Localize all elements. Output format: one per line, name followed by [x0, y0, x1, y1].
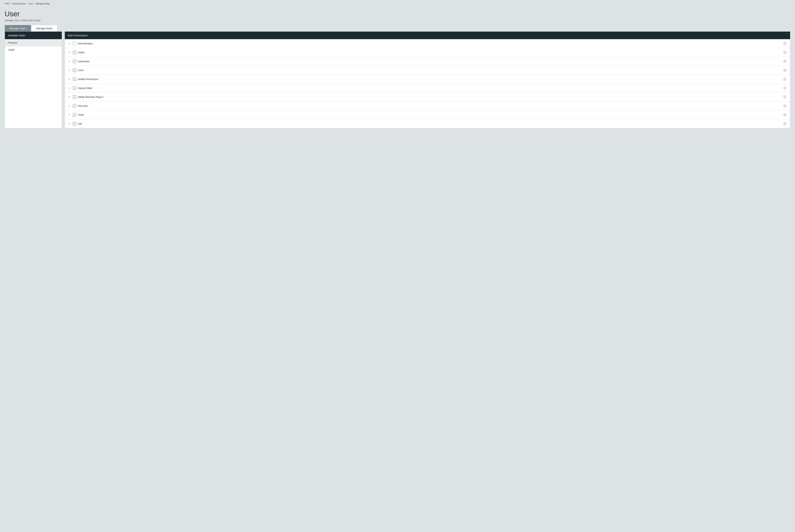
expand-color[interactable] [68, 69, 71, 72]
label-job: Job [78, 122, 781, 125]
label-automation: Automation [78, 60, 781, 63]
checkbox-color[interactable]: ✓ [73, 69, 76, 72]
info-adobe-illustrator[interactable] [783, 95, 787, 99]
permission-row-automation: ✓ Automation [65, 57, 790, 66]
checkbox-automation[interactable]: ✓ [73, 60, 76, 63]
checkmark-order: ✓ [74, 114, 76, 116]
expand-impose-editor[interactable] [68, 87, 71, 90]
checkmark-article: ✓ [74, 51, 76, 54]
label-color: Color [78, 69, 781, 72]
breadcrumb-user[interactable]: User [29, 2, 33, 5]
info-print-item[interactable] [783, 104, 787, 108]
expand-automation[interactable] [68, 60, 71, 63]
checkbox-print-item[interactable]: ✓ [73, 104, 76, 108]
label-adobe-illustrator: Adobe Illustrator Plug-In [78, 96, 781, 98]
breadcrumb-sep-1: › [11, 3, 11, 5]
checkmark-automation: ✓ [74, 60, 76, 62]
permission-row-print-item: ✓ Print Item [65, 101, 790, 110]
info-color[interactable] [783, 68, 787, 73]
permission-row-article: ✓ Article [65, 48, 790, 57]
available-roles-header: Available Roles [5, 32, 62, 39]
label-impose-editor: Impose Editor [78, 87, 781, 90]
checkbox-global-permissions[interactable]: ✓ [73, 77, 76, 81]
info-order[interactable] [783, 113, 787, 117]
role-permissions-header: Role Permissions [65, 32, 790, 39]
info-job[interactable] [783, 121, 787, 126]
info-administration[interactable] [783, 41, 787, 46]
info-impose-editor[interactable] [783, 86, 787, 90]
left-panel: Available Roles Prepress USER [5, 32, 62, 128]
permission-row-impose-editor: ✓ Impose Editor [65, 84, 790, 93]
tabs-container: Manage Users Manage Roles [5, 25, 790, 32]
checkmark-print-item: ✓ [74, 105, 76, 107]
info-automation[interactable] [783, 59, 787, 63]
expand-article[interactable] [68, 51, 71, 54]
breadcrumb-pms[interactable]: PMS [5, 2, 10, 5]
label-administration: Administration [78, 42, 781, 45]
checkmark-color: ✓ [74, 69, 76, 72]
checkmark-impose-editor: ✓ [74, 87, 76, 89]
checkbox-job[interactable]: ✓ [73, 122, 76, 126]
page-wrapper: PMS › Administration › User › Manage Rol… [0, 0, 795, 532]
permission-row-order: ✓ Order [65, 110, 790, 119]
role-item-user[interactable]: USER [5, 46, 62, 54]
right-panel: Role Permissions Administration ✓ [65, 32, 790, 128]
label-order: Order [78, 113, 781, 116]
permission-row-administration: Administration [65, 39, 790, 48]
checkbox-administration[interactable] [73, 42, 76, 45]
expand-order[interactable] [68, 113, 71, 116]
breadcrumb: PMS › Administration › User › Manage Rol… [0, 0, 795, 7]
expand-global-permissions[interactable] [68, 77, 71, 81]
checkbox-article[interactable]: ✓ [73, 51, 76, 54]
checkbox-order[interactable]: ✓ [73, 113, 76, 116]
checkbox-impose-editor[interactable]: ✓ [73, 87, 76, 90]
tab-manage-users[interactable]: Manage Users [5, 25, 31, 32]
label-global-permissions: Global Permissions [78, 78, 781, 80]
permission-row-color: ✓ Color [65, 66, 790, 75]
permission-row-adobe-illustrator: ✓ Adobe Illustrator Plug-In [65, 93, 790, 101]
label-print-item: Print Item [78, 104, 781, 107]
info-article[interactable] [783, 50, 787, 55]
expand-administration[interactable] [68, 42, 71, 45]
page-title: User [5, 10, 790, 18]
permission-row-job: ✓ Job [65, 119, 790, 128]
page-subtitle: Manage Users, Roles and Groups. [5, 19, 790, 22]
page-header: User Manage Users, Roles and Groups. Man… [0, 7, 795, 32]
label-article: Article [78, 51, 781, 54]
tab-manage-roles[interactable]: Manage Roles [31, 25, 57, 32]
breadcrumb-manage-roles: Manage Roles [36, 2, 50, 5]
breadcrumb-sep-3: › [34, 3, 35, 5]
info-global-permissions[interactable] [783, 77, 787, 81]
checkmark-global-permissions: ✓ [74, 78, 76, 80]
checkbox-adobe-illustrator[interactable]: ✓ [73, 95, 76, 99]
permission-row-global-permissions: ✓ Global Permissions [65, 75, 790, 84]
expand-job[interactable] [68, 122, 71, 126]
checkmark-adobe-illustrator: ✓ [74, 96, 76, 98]
expand-print-item[interactable] [68, 104, 71, 108]
main-content: Available Roles Prepress USER Role Permi… [0, 32, 795, 133]
expand-adobe-illustrator[interactable] [68, 95, 71, 99]
checkmark-job: ✓ [74, 122, 76, 125]
breadcrumb-sep-2: › [27, 3, 28, 5]
role-item-prepress[interactable]: Prepress [5, 39, 62, 46]
breadcrumb-administration[interactable]: Administration [12, 2, 26, 5]
